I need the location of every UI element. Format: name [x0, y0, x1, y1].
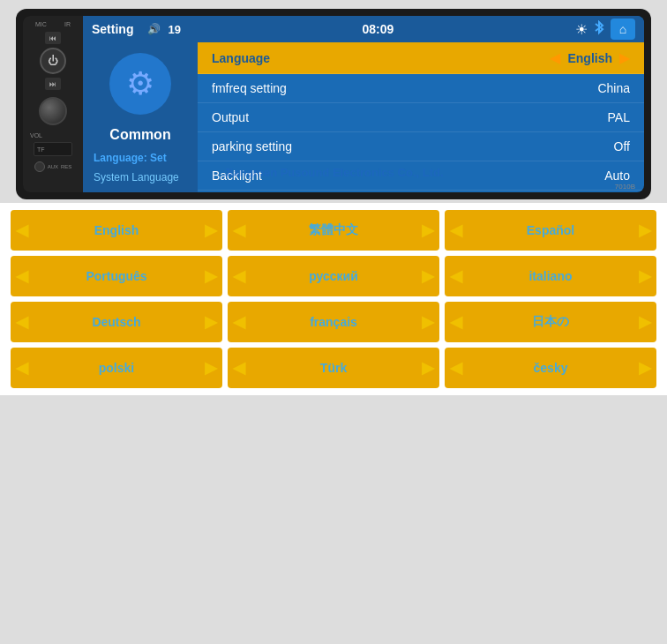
- language-value: English: [567, 51, 612, 65]
- lang-text-spanish: Español: [468, 223, 633, 237]
- lang-arrow-right-7: ▶: [422, 312, 434, 332]
- model-label: 7010B: [615, 183, 635, 191]
- lang-text-italian: italiano: [468, 269, 633, 283]
- language-arrow-left[interactable]: ◀: [550, 49, 560, 66]
- settings-gear-icon: ⚙: [126, 65, 154, 102]
- aux-res-area: AUX RES: [34, 161, 72, 172]
- lang-arrow-right-6: ▶: [205, 312, 217, 332]
- lang-arrow-left-8: ◀: [450, 312, 462, 332]
- lang-text-turkish: Türk: [251, 361, 416, 375]
- lang-tile-turkish[interactable]: ◀ Türk ▶: [228, 348, 439, 388]
- lang-arrow-left-11: ◀: [450, 358, 462, 378]
- tf-label: TF: [37, 146, 45, 153]
- setting-row-backlight[interactable]: Backlight Auto: [198, 161, 644, 191]
- power-button[interactable]: ⏻: [40, 48, 66, 74]
- status-right-icons: ☀ ⌂: [575, 19, 635, 40]
- lang-arrow-left-5: ◀: [450, 266, 462, 286]
- lang-tile-polish[interactable]: ◀ polski ▶: [11, 348, 222, 388]
- res-label: RES: [61, 164, 71, 169]
- prev-button[interactable]: ⏮: [45, 32, 61, 44]
- power-icon: ⏻: [48, 55, 58, 67]
- lang-arrow-right-1: ▶: [422, 221, 434, 240]
- lang-arrow-left-1: ◀: [233, 221, 245, 240]
- lang-arrow-left-3: ◀: [16, 266, 28, 286]
- output-label: Output: [212, 110, 249, 124]
- status-bar: Setting 🔊 19 08:09 ☀ ⌂: [83, 16, 644, 42]
- lang-arrow-right-10: ▶: [422, 358, 434, 378]
- vol-label: VOL: [26, 132, 79, 139]
- sidebar-item-system-language[interactable]: System Language: [90, 169, 191, 185]
- volume-knob[interactable]: [39, 97, 67, 125]
- sidebar-title: Common: [90, 127, 191, 143]
- parking-value: Off: [614, 139, 630, 154]
- setting-row-output[interactable]: Output PAL: [198, 103, 644, 132]
- lang-text-polish: polski: [34, 361, 199, 375]
- lang-tile-italian[interactable]: ◀ italiano ▶: [445, 256, 656, 296]
- lang-text-chinese: 繁體中文: [251, 222, 416, 238]
- lang-arrow-right-3: ▶: [205, 266, 217, 286]
- tf-slot: TF: [34, 142, 72, 156]
- lang-arrow-left-4: ◀: [233, 266, 245, 286]
- backlight-value: Auto: [604, 168, 630, 183]
- lang-tile-german[interactable]: ◀ Deutsch ▶: [11, 302, 222, 342]
- main-screen: Setting 🔊 19 08:09 ☀ ⌂: [83, 16, 644, 192]
- setting-row-parking[interactable]: parking setting Off: [198, 132, 644, 161]
- fmfreq-value: China: [597, 81, 630, 95]
- lang-text-english: English: [34, 223, 199, 237]
- mic-label: MIC: [35, 21, 47, 27]
- lang-text-russian: русский: [251, 269, 416, 283]
- lang-arrow-left-6: ◀: [16, 312, 28, 332]
- lang-text-german: Deutsch: [34, 315, 199, 329]
- lang-tile-czech[interactable]: ◀ česky ▶: [445, 348, 656, 388]
- lang-arrow-right-5: ▶: [639, 266, 651, 286]
- bluetooth-icon: [593, 20, 605, 39]
- lang-arrow-left-7: ◀: [233, 312, 245, 332]
- settings-sidebar: ⚙ Common Language: Set System Language: [83, 42, 198, 192]
- lang-arrow-right-9: ▶: [205, 358, 217, 378]
- setting-row-fmfreq[interactable]: fmfreq setting China: [198, 74, 644, 103]
- lang-arrow-left-10: ◀: [233, 358, 245, 378]
- lang-arrow-right-11: ▶: [639, 358, 651, 378]
- lang-arrow-left-2: ◀: [450, 221, 462, 240]
- fmfreq-label: fmfreq setting: [212, 81, 287, 95]
- home-button[interactable]: ⌂: [611, 19, 635, 40]
- car-unit: MIC IR ⏮ ⏻ ⏭ VOL TF: [16, 9, 651, 199]
- lang-text-portuguese: Português: [34, 269, 199, 283]
- lang-tile-english[interactable]: ◀ English ▶: [11, 210, 222, 251]
- setting-row-language[interactable]: Language ◀ English ▶: [198, 42, 644, 74]
- clock-display: 08:09: [188, 22, 568, 36]
- aux-port[interactable]: [34, 161, 45, 172]
- language-grid: ◀ English ▶ ◀ 繁體中文 ▶ ◀ Español ▶ ◀ Portu…: [0, 203, 667, 395]
- aux-label: AUX: [48, 164, 58, 169]
- lang-text-japanese: 日本の: [468, 314, 633, 330]
- next-button[interactable]: ⏭: [45, 78, 61, 90]
- lang-arrow-right-0: ▶: [205, 221, 217, 240]
- screen-title: Setting: [92, 22, 133, 36]
- sidebar-item-language-set[interactable]: Language: Set: [90, 150, 191, 166]
- lang-text-french: français: [251, 315, 416, 329]
- language-label: Language: [212, 51, 270, 65]
- lang-tile-spanish[interactable]: ◀ Español ▶: [445, 210, 656, 251]
- lang-arrow-right-8: ▶: [639, 312, 651, 332]
- lang-arrow-right-4: ▶: [422, 266, 434, 286]
- lang-tile-russian[interactable]: ◀ русский ▶: [228, 256, 439, 296]
- gear-icon-wrapper: ⚙: [109, 53, 171, 115]
- left-controls: MIC IR ⏮ ⏻ ⏭ VOL TF: [23, 16, 83, 192]
- lang-tile-chinese[interactable]: ◀ 繁體中文 ▶: [228, 210, 439, 251]
- lang-arrow-right-2: ▶: [639, 221, 651, 240]
- brightness-icon[interactable]: ☀: [575, 21, 588, 38]
- language-value-group: ◀ English ▶: [550, 49, 630, 66]
- lang-tile-portuguese[interactable]: ◀ Português ▶: [11, 256, 222, 296]
- lang-tile-japanese[interactable]: ◀ 日本の ▶: [445, 302, 656, 342]
- language-arrow-right[interactable]: ▶: [619, 49, 630, 66]
- lang-text-czech: česky: [468, 361, 633, 375]
- ir-label: IR: [64, 21, 71, 27]
- lang-tile-french[interactable]: ◀ français ▶: [228, 302, 439, 342]
- backlight-label: Backlight: [212, 168, 262, 183]
- home-icon: ⌂: [619, 22, 626, 36]
- lang-arrow-left-0: ◀: [16, 221, 28, 240]
- settings-list: Language ◀ English ▶ fmfreq setting Chin…: [198, 42, 644, 192]
- content-area: ⚙ Common Language: Set System Language: [83, 42, 644, 192]
- output-value: PAL: [608, 110, 630, 124]
- volume-icon: 🔊: [147, 23, 161, 35]
